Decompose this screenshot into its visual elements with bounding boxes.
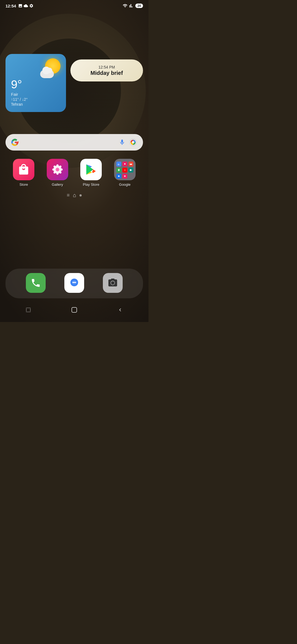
midday-title: Midday brief	[77, 70, 136, 76]
app-store[interactable]: Store	[8, 159, 39, 187]
weather-city: Tehran	[11, 102, 61, 107]
play-store-icon	[80, 159, 102, 180]
weather-range: ↑11° / ↓2°	[11, 97, 61, 102]
mini-photos2-icon	[122, 174, 127, 179]
dock-phone[interactable]	[26, 273, 46, 293]
nav-bar	[0, 301, 148, 322]
midday-widget[interactable]: 12:54 PM Midday brief	[70, 59, 143, 81]
battery-indicator: 24	[135, 4, 143, 8]
store-label: Store	[20, 182, 28, 187]
mini-google-icon: G	[116, 162, 121, 167]
settings-icon	[29, 4, 34, 8]
status-right: 24	[123, 3, 143, 8]
back-button[interactable]	[112, 305, 129, 315]
svg-point-23	[111, 281, 115, 285]
mini-photos-icon	[122, 162, 127, 167]
mini-gmail-icon	[128, 162, 133, 167]
mini-assistant-icon	[116, 174, 121, 179]
app-gallery[interactable]: Gallery	[42, 159, 73, 187]
recent-apps-button[interactable]	[20, 305, 37, 315]
weather-icon	[43, 58, 61, 76]
cloud-icon	[24, 4, 28, 8]
dock-messages[interactable]	[64, 273, 84, 293]
status-left: 12:54	[6, 4, 34, 8]
app-play-store[interactable]: Play Store	[76, 159, 107, 187]
svg-point-21	[74, 282, 75, 283]
gallery-label: Gallery	[52, 182, 63, 187]
status-time: 12:54	[6, 4, 16, 8]
page-dot-indicator	[79, 194, 82, 197]
status-icons	[18, 4, 34, 8]
weather-condition: Fair	[11, 92, 61, 97]
svg-point-15	[118, 175, 120, 177]
app-grid: Store	[6, 159, 143, 187]
svg-text:G: G	[118, 163, 119, 165]
widgets-row: 9° Fair ↑11° / ↓2° Tehran 12:54 PM Midda…	[6, 54, 143, 112]
status-bar: 12:54	[0, 0, 148, 10]
mini-empty	[128, 174, 133, 179]
midday-time: 12:54 PM	[77, 65, 136, 69]
svg-point-22	[75, 282, 76, 283]
mini-meet-icon	[128, 168, 133, 173]
weather-widget[interactable]: 9° Fair ↑11° / ↓2° Tehran	[6, 54, 66, 112]
gallery-icon	[47, 159, 68, 180]
wifi-icon	[123, 3, 128, 8]
page-indicators: ≡ ⌂	[6, 192, 143, 198]
google-folder-label: Google	[119, 182, 131, 187]
store-icon	[13, 159, 34, 180]
dock	[6, 269, 143, 298]
svg-point-17	[124, 175, 126, 177]
google-folder-icon: G	[114, 159, 136, 180]
svg-point-1	[132, 141, 134, 143]
google-logo-icon	[11, 138, 19, 146]
play-store-label: Play Store	[83, 182, 99, 187]
svg-rect-14	[130, 169, 131, 171]
mic-icon[interactable]	[118, 138, 126, 146]
app-google-folder[interactable]: G	[109, 159, 141, 187]
signal-icon	[129, 4, 134, 8]
home-button[interactable]	[65, 304, 83, 315]
google-search-bar[interactable]	[6, 134, 143, 151]
svg-point-20	[72, 282, 73, 283]
dock-camera[interactable]	[103, 273, 123, 293]
weather-temperature: 9°	[11, 79, 61, 90]
main-content: 9° Fair ↑11° / ↓2° Tehran 12:54 PM Midda…	[0, 10, 148, 198]
svg-rect-24	[72, 307, 77, 312]
svg-point-10	[56, 168, 59, 171]
mini-youtube-icon	[122, 168, 127, 173]
photo-icon	[18, 4, 23, 8]
recent-indicator: ≡	[67, 192, 70, 198]
home-page-indicator: ⌂	[73, 192, 76, 198]
mini-maps-icon	[116, 168, 121, 173]
google-lens-icon[interactable]	[129, 138, 138, 147]
